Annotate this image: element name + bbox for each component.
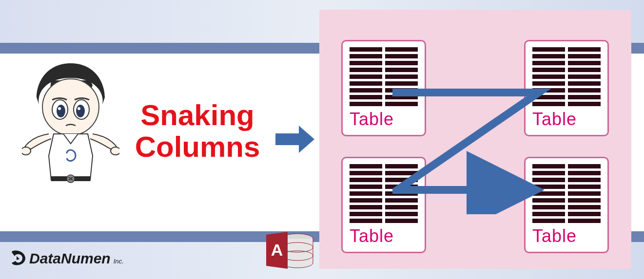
svg-point-5 (58, 107, 61, 110)
svg-point-7 (22, 147, 31, 155)
table-label: Table (350, 226, 418, 246)
diagram-title: Snaking Columns (127, 100, 268, 163)
svg-point-8 (111, 147, 119, 155)
title-line-2: Columns (135, 130, 260, 163)
diagram-pink-panel: Table Table Table (319, 10, 631, 269)
table-label: Table (350, 109, 418, 130)
table-icon-bottom-right: Table (524, 157, 609, 253)
logo-company-name: DataNumen (29, 250, 111, 267)
table-icon-top-left: Table (341, 40, 426, 136)
svg-point-3 (57, 105, 65, 117)
ms-access-icon: A (262, 229, 316, 273)
svg-point-0 (42, 79, 99, 135)
table-icon-bottom-left: Table (341, 157, 426, 253)
table-label: Table (532, 109, 601, 130)
datanumen-logo-icon (9, 249, 27, 268)
datanumen-mascot-icon (22, 58, 119, 185)
arrow-right-icon (275, 126, 314, 153)
logo-company-suffix: Inc. (114, 258, 124, 265)
svg-point-6 (78, 107, 80, 110)
datanumen-logo: DataNumen Inc. (9, 249, 124, 268)
title-line-1: Snaking (140, 99, 254, 131)
table-icon-top-right: Table (524, 40, 609, 136)
svg-text:A: A (271, 241, 283, 259)
svg-point-4 (76, 105, 85, 117)
table-label: Table (532, 226, 601, 246)
